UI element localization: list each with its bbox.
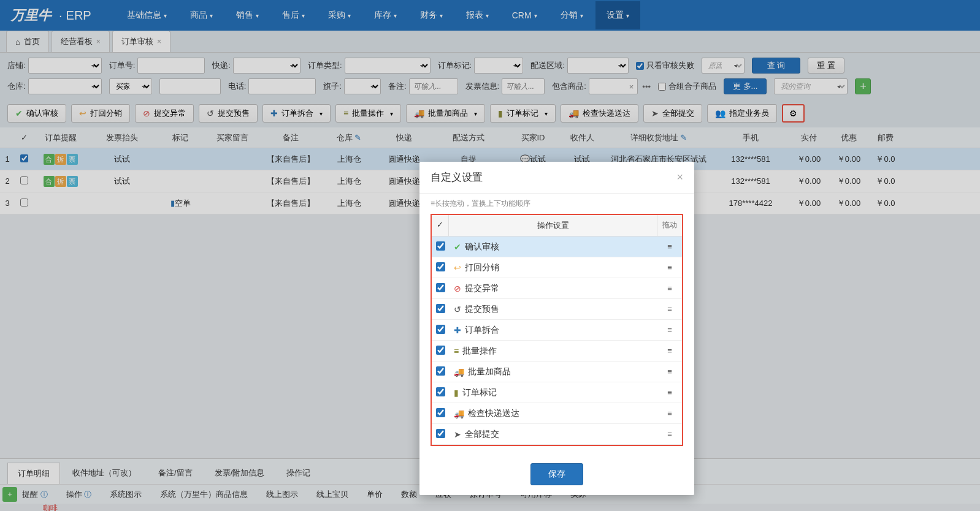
settings-icon: ≡ (454, 346, 459, 356)
settings-checkbox[interactable] (436, 387, 445, 396)
settings-icon: 🚚 (454, 409, 464, 418)
settings-checkbox[interactable] (436, 262, 445, 271)
settings-icon: ↺ (454, 305, 461, 314)
settings-row-7[interactable]: ▮订单标记≡ (432, 382, 682, 403)
modal-title: 自定义设置 (431, 170, 483, 184)
settings-row-5[interactable]: ≡批量操作≡ (432, 341, 682, 361)
settings-row-2[interactable]: ⊘提交异常≡ (432, 278, 682, 299)
settings-checkbox[interactable] (436, 346, 445, 355)
settings-row-6[interactable]: 🚚批量加商品≡ (432, 361, 682, 382)
settings-icon: ⊘ (454, 284, 461, 293)
drag-handle-icon[interactable]: ≡ (657, 388, 682, 397)
settings-row-0[interactable]: ✔确认审核≡ (432, 237, 682, 257)
drag-handle-icon[interactable]: ≡ (657, 284, 682, 293)
settings-col-name: 操作设置 (449, 215, 657, 236)
settings-checkbox[interactable] (436, 283, 445, 292)
drag-handle-icon[interactable]: ≡ (657, 346, 682, 355)
drag-handle-icon[interactable]: ≡ (657, 305, 682, 314)
settings-checkbox[interactable] (436, 241, 445, 251)
drag-handle-icon[interactable]: ≡ (657, 430, 682, 439)
settings-icon: ✔ (454, 242, 461, 252)
settings-row-9[interactable]: ➤全部提交≡ (432, 424, 682, 445)
settings-checkbox[interactable] (436, 408, 445, 417)
settings-checkbox[interactable] (436, 429, 445, 438)
drag-handle-icon[interactable]: ≡ (657, 367, 682, 376)
settings-icon: 🚚 (454, 367, 464, 377)
settings-col-check: ✓ (432, 215, 449, 236)
settings-checkbox[interactable] (436, 366, 445, 376)
settings-row-4[interactable]: ✚订单拆合≡ (432, 320, 682, 341)
drag-handle-icon[interactable]: ≡ (657, 325, 682, 335)
settings-icon: ✚ (454, 325, 461, 335)
settings-list: ✓ 操作设置 拖动 ✔确认审核≡↩打回分销≡⊘提交异常≡↺提交预售≡✚订单拆合≡… (431, 214, 683, 446)
settings-col-drag: 拖动 (657, 215, 682, 236)
drag-handle-icon[interactable]: ≡ (657, 263, 682, 272)
modal-close-button[interactable]: × (676, 171, 683, 184)
settings-checkbox[interactable] (436, 304, 445, 313)
settings-icon: ▮ (454, 388, 459, 398)
settings-row-3[interactable]: ↺提交预售≡ (432, 299, 682, 320)
drag-handle-icon[interactable]: ≡ (657, 242, 682, 251)
modal-save-button[interactable]: 保存 (530, 463, 583, 485)
settings-row-8[interactable]: 🚚检查快递送达≡ (432, 403, 682, 424)
settings-icon: ↩ (454, 263, 461, 273)
settings-modal: 自定义设置 × ≡长按拖动，置换上下功能顺序 ✓ 操作设置 拖动 ✔确认审核≡↩… (419, 162, 694, 495)
settings-icon: ➤ (454, 430, 461, 439)
drag-handle-icon[interactable]: ≡ (657, 409, 682, 418)
modal-hint: ≡长按拖动，置换上下功能顺序 (419, 194, 694, 214)
settings-row-1[interactable]: ↩打回分销≡ (432, 257, 682, 278)
settings-checkbox[interactable] (436, 325, 445, 334)
